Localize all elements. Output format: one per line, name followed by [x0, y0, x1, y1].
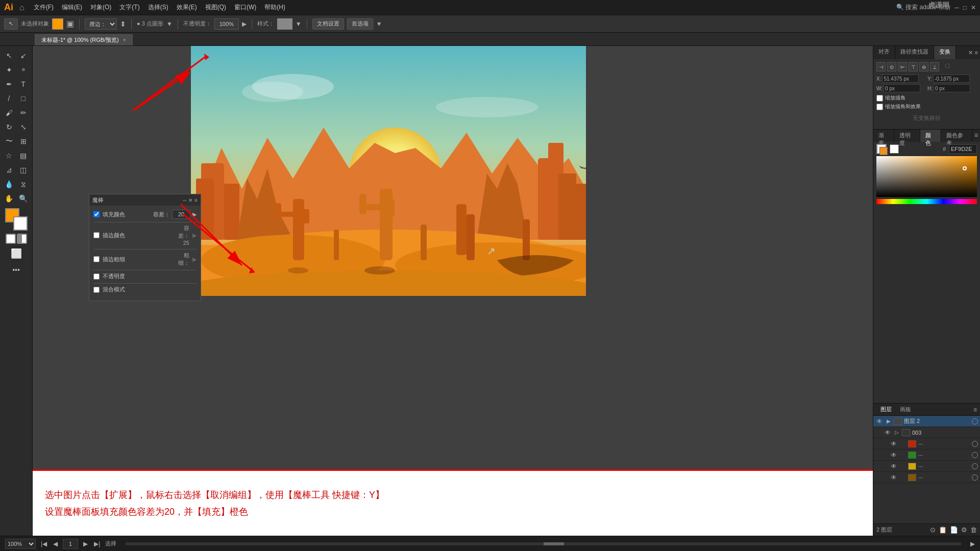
- tab-close-btn[interactable]: ×: [123, 37, 126, 43]
- opacity-value[interactable]: 100%: [214, 18, 239, 30]
- scrollbar-thumb[interactable]: [544, 542, 564, 545]
- page-input[interactable]: [63, 539, 78, 549]
- menu-text[interactable]: 文字(T): [116, 2, 142, 13]
- paintbrush-tool[interactable]: 🖌: [3, 106, 16, 119]
- zoom-select[interactable]: 100%: [5, 539, 36, 549]
- new-layer-btn2[interactable]: 📄: [950, 526, 958, 534]
- scale-strokes-checkbox[interactable]: [876, 95, 883, 102]
- color-guide-tab[interactable]: 颜色参考: [941, 130, 972, 142]
- 003-expand-icon[interactable]: ▷: [894, 430, 900, 436]
- hand-tool[interactable]: ✋: [3, 192, 16, 205]
- color-panel-menu-icon[interactable]: ≡: [972, 130, 980, 142]
- doc-settings-btn[interactable]: 文档设置: [312, 18, 344, 30]
- type-tool[interactable]: T: [17, 78, 30, 91]
- style-color-box[interactable]: [277, 18, 292, 30]
- scroll-right-btn[interactable]: ▶: [970, 540, 975, 547]
- transform-tab[interactable]: 变换: [934, 46, 956, 59]
- pathfinder-tab[interactable]: 路径查找器: [895, 46, 934, 59]
- preferences-arrow-icon[interactable]: ▼: [376, 20, 382, 28]
- green-visibility-icon[interactable]: 👁: [890, 451, 898, 459]
- first-page-btn[interactable]: |◀: [40, 540, 48, 547]
- align-center-h-btn[interactable]: ⊙: [887, 62, 896, 71]
- color-fg-swatch[interactable]: [876, 144, 887, 154]
- warp-tool[interactable]: 〜: [3, 135, 16, 148]
- lasso-tool[interactable]: ⚬: [17, 63, 30, 77]
- layer-row-brown[interactable]: 👁 ···: [873, 472, 980, 483]
- document-tab[interactable]: 未标题-1* @ 100% (RGB/预览) ×: [35, 34, 133, 45]
- make-mask-btn[interactable]: ⊙: [930, 526, 936, 534]
- w-input[interactable]: [884, 84, 920, 92]
- brown-visibility-icon[interactable]: 👁: [890, 473, 898, 482]
- artboards-tab[interactable]: 画板: [896, 406, 915, 413]
- align-center-v-btn[interactable]: ⊖: [919, 62, 928, 71]
- fill-tolerance-input[interactable]: [172, 210, 190, 219]
- new-layer-btn[interactable]: 📋: [939, 526, 947, 534]
- x-input[interactable]: [882, 74, 919, 83]
- zoom-tool[interactable]: 🔍: [17, 192, 30, 205]
- layers-tab[interactable]: 图层: [876, 406, 896, 413]
- color-spectrum[interactable]: [876, 199, 977, 204]
- stroke-color-arrow[interactable]: ▶: [192, 232, 197, 239]
- stroke-color-checkbox[interactable]: [93, 232, 100, 238]
- column-graph-tool[interactable]: ▤: [17, 149, 30, 162]
- rp-menu-icon[interactable]: ≡: [975, 49, 978, 56]
- menu-view[interactable]: 视图(Q): [202, 2, 229, 13]
- next-page-btn[interactable]: ▶: [82, 540, 89, 547]
- view-mode-btn[interactable]: ⬜: [10, 247, 23, 260]
- layer2-circle[interactable]: [972, 418, 978, 424]
- y-input[interactable]: [933, 74, 970, 83]
- layer2-visibility-icon[interactable]: 👁: [875, 417, 884, 425]
- window-maximize-icon[interactable]: □: [963, 4, 967, 11]
- layer2-expand-icon[interactable]: ▶: [886, 418, 892, 424]
- yellow-circle[interactable]: [972, 463, 978, 469]
- layer-row-red[interactable]: 👁 ···: [873, 438, 980, 449]
- 003-visibility-icon[interactable]: 👁: [884, 429, 892, 437]
- gradient-tab[interactable]: 渐变: [873, 130, 894, 142]
- align-right-btn[interactable]: ⊢: [898, 62, 907, 71]
- eyedropper-tool[interactable]: 💧: [3, 178, 16, 191]
- home-icon[interactable]: ⌂: [19, 3, 24, 12]
- preferences-btn[interactable]: 首选项: [347, 18, 373, 30]
- more-tools-btn[interactable]: •••: [10, 263, 23, 277]
- free-transform-tool[interactable]: ⊞: [17, 135, 30, 148]
- menu-object[interactable]: 对象(O): [87, 2, 114, 13]
- color-tab[interactable]: 颜色: [920, 130, 941, 142]
- align-bottom-btn[interactable]: ⊥: [930, 62, 939, 71]
- red-circle[interactable]: [972, 441, 978, 447]
- align-left-btn[interactable]: ⊣: [876, 62, 886, 71]
- panel-titlebar[interactable]: 魔棒 ─ ✕ ≡: [89, 194, 201, 206]
- last-page-btn[interactable]: ▶|: [93, 540, 101, 547]
- menu-file[interactable]: 文件(F): [31, 2, 57, 13]
- panel-menu-btn[interactable]: ≡: [194, 197, 198, 203]
- opacity-checkbox[interactable]: [93, 273, 100, 280]
- eraser-tool[interactable]: ◫: [17, 163, 30, 177]
- shape-tool[interactable]: □: [17, 92, 30, 105]
- arrow-up-icon[interactable]: ⬍: [120, 20, 126, 28]
- delete-layer-btn[interactable]: 🗑: [970, 526, 977, 534]
- blend-tool[interactable]: ⧖: [17, 178, 30, 191]
- menu-edit[interactable]: 编辑(E): [59, 2, 85, 13]
- pen-tool[interactable]: ✒: [3, 78, 16, 91]
- fill-color-box[interactable]: [52, 18, 63, 30]
- symbol-tool[interactable]: ☆: [3, 149, 16, 162]
- panel-close-btn[interactable]: ✕: [188, 197, 192, 203]
- stroke-weight-arrow[interactable]: ▶: [192, 256, 197, 263]
- direct-select-tool[interactable]: ↙: [17, 49, 30, 62]
- green-circle[interactable]: [972, 452, 978, 458]
- fill-tolerance-arrow[interactable]: ▶: [192, 211, 197, 218]
- blend-mode-checkbox[interactable]: [93, 287, 100, 293]
- prev-page-btn[interactable]: ◀: [52, 540, 59, 547]
- stroke-weight-checkbox[interactable]: [93, 256, 100, 262]
- mask-mode-btn[interactable]: [17, 234, 27, 244]
- menu-window[interactable]: 窗口(W): [231, 2, 259, 13]
- brown-circle[interactable]: [972, 474, 978, 481]
- red-visibility-icon[interactable]: 👁: [890, 440, 898, 448]
- layers-menu-icon[interactable]: ≡: [973, 406, 977, 413]
- menu-select[interactable]: 选择(S): [145, 2, 172, 13]
- layer-row-yellow[interactable]: 👁 ···: [873, 461, 980, 472]
- background-color[interactable]: [13, 216, 28, 231]
- line-tool[interactable]: /: [3, 92, 16, 105]
- fill-color-checkbox[interactable]: [93, 211, 100, 217]
- align-top-btn[interactable]: ⊤: [909, 62, 918, 71]
- panel-minimize-btn[interactable]: ─: [183, 197, 186, 203]
